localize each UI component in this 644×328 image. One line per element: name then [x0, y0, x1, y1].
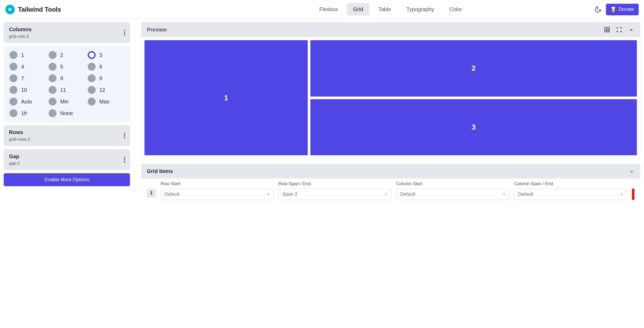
- delete-item-button[interactable]: [632, 189, 634, 200]
- app-header: Tailwind Tools FlexboxGridTableTypograph…: [0, 0, 644, 19]
- grid-items-header[interactable]: Grid Items: [141, 164, 640, 179]
- nav-item-flexbox[interactable]: Flexbox: [313, 3, 344, 16]
- brand-link[interactable]: Tailwind Tools: [5, 5, 61, 14]
- radio-icon: [88, 98, 96, 106]
- grid-cell: 1: [144, 40, 308, 155]
- gap-panel-header[interactable]: Gap gap-2: [4, 149, 130, 170]
- radio-label: 10: [21, 87, 27, 93]
- column-span-select[interactable]: Default×: [514, 189, 627, 200]
- radio-icon: [88, 63, 96, 71]
- nav-item-table[interactable]: Table: [372, 3, 398, 16]
- rows-class: grid-rows-2: [9, 137, 125, 142]
- nav-item-grid[interactable]: Grid: [347, 3, 370, 16]
- radio-label: 1: [21, 52, 24, 58]
- columns-panel-header[interactable]: Columns grid-cols-3: [4, 22, 130, 43]
- radio-label: 6: [99, 64, 102, 70]
- rows-panel-header[interactable]: Rows grid-rows-2: [4, 125, 130, 146]
- columns-option-10[interactable]: 10: [10, 86, 46, 94]
- columns-option-1[interactable]: 1: [10, 51, 46, 59]
- nav-item-typography[interactable]: Typography: [400, 3, 441, 16]
- fullscreen-icon[interactable]: [616, 26, 622, 33]
- radio-label: 4: [21, 64, 24, 70]
- grid-items-panel: Grid Items 1 Row Start Default× Row Span…: [141, 164, 640, 200]
- row-span-field: Row Span / End Span 2×: [278, 181, 391, 200]
- enable-more-options-button[interactable]: Enable More Options: [4, 173, 130, 186]
- clear-icon[interactable]: ×: [267, 192, 270, 197]
- columns-option-min[interactable]: Min: [49, 98, 85, 106]
- donate-label: Donate: [619, 7, 634, 12]
- columns-option-6[interactable]: 6: [88, 63, 124, 71]
- item-number-badge: 1: [147, 189, 156, 198]
- grid-cell: 2: [310, 40, 637, 97]
- columns-option-9[interactable]: 9: [88, 74, 124, 82]
- row-span-select[interactable]: Span 2×: [278, 189, 391, 200]
- radio-icon: [88, 51, 96, 59]
- clear-icon[interactable]: ×: [385, 192, 388, 197]
- columns-option-2[interactable]: 2: [49, 51, 85, 59]
- column-start-field: Column Start Default×: [396, 181, 509, 200]
- logo-icon: [5, 5, 15, 14]
- columns-option-none[interactable]: None: [49, 109, 85, 117]
- row-start-field: Row Start Default×: [161, 181, 274, 200]
- column-start-select[interactable]: Default×: [396, 189, 509, 200]
- radio-label: 7: [21, 75, 24, 81]
- radio-icon: [10, 51, 17, 59]
- preview-panel: Preview 1 2 3: [141, 22, 640, 159]
- columns-options: 123456789101112AutoMinMax1frNone: [4, 46, 130, 122]
- svg-rect-1: [605, 27, 609, 32]
- columns-option-4[interactable]: 4: [10, 63, 46, 71]
- columns-option-1fr[interactable]: 1fr: [10, 109, 46, 117]
- columns-option-3[interactable]: 3: [88, 51, 124, 59]
- radio-icon: [49, 109, 57, 117]
- clear-icon[interactable]: ×: [620, 192, 623, 197]
- more-vertical-icon[interactable]: [124, 157, 125, 162]
- columns-option-7[interactable]: 7: [10, 74, 46, 82]
- field-label: Row Start: [161, 181, 274, 186]
- columns-title: Columns: [9, 26, 125, 33]
- header-actions: Donate: [594, 4, 639, 15]
- clear-icon[interactable]: ×: [502, 192, 505, 197]
- preview-grid: 1 2 3: [141, 37, 640, 159]
- more-vertical-icon[interactable]: [124, 133, 125, 138]
- more-vertical-icon[interactable]: [124, 30, 125, 35]
- donate-button[interactable]: Donate: [606, 4, 639, 15]
- columns-option-8[interactable]: 8: [49, 74, 85, 82]
- columns-option-11[interactable]: 11: [49, 86, 85, 94]
- rows-title: Rows: [9, 129, 125, 135]
- main-content: Columns grid-cols-3 123456789101112AutoM…: [0, 19, 644, 203]
- radio-icon: [10, 74, 17, 82]
- nav-item-color[interactable]: Color: [443, 3, 468, 16]
- radio-icon: [49, 86, 57, 94]
- radio-label: Auto: [21, 99, 32, 105]
- grid-items-title: Grid Items: [147, 168, 173, 174]
- dark-mode-toggle[interactable]: [594, 6, 602, 13]
- collapse-up-icon[interactable]: [629, 169, 634, 174]
- radio-label: 8: [60, 75, 63, 81]
- columns-option-5[interactable]: 5: [49, 63, 85, 71]
- main-nav: FlexboxGridTableTypographyColor: [313, 3, 468, 16]
- grid-view-icon[interactable]: [604, 26, 610, 33]
- preview-toolbar: [604, 26, 634, 33]
- row-start-select[interactable]: Default×: [161, 189, 274, 200]
- grid-cell: 3: [310, 99, 637, 156]
- columns-class: grid-cols-3: [9, 34, 125, 39]
- radio-icon: [88, 74, 96, 82]
- radio-icon: [10, 98, 17, 106]
- controls-sidebar: Columns grid-cols-3 123456789101112AutoM…: [4, 22, 130, 200]
- radio-icon: [10, 63, 17, 71]
- preview-header: Preview: [141, 22, 640, 37]
- radio-icon: [49, 63, 57, 71]
- radio-label: 12: [99, 87, 105, 93]
- gap-title: Gap: [9, 153, 125, 160]
- collapse-up-icon[interactable]: [628, 26, 634, 33]
- radio-label: 5: [60, 64, 63, 70]
- radio-label: Max: [99, 99, 109, 105]
- radio-label: 1fr: [21, 110, 27, 116]
- columns-option-max[interactable]: Max: [88, 98, 124, 106]
- preview-area: Preview 1 2 3 Grid Items 1 R: [141, 22, 640, 200]
- columns-option-12[interactable]: 12: [88, 86, 124, 94]
- columns-option-auto[interactable]: Auto: [10, 98, 46, 106]
- svg-rect-0: [612, 7, 615, 8]
- cup-icon: [611, 6, 616, 13]
- radio-icon: [10, 86, 17, 94]
